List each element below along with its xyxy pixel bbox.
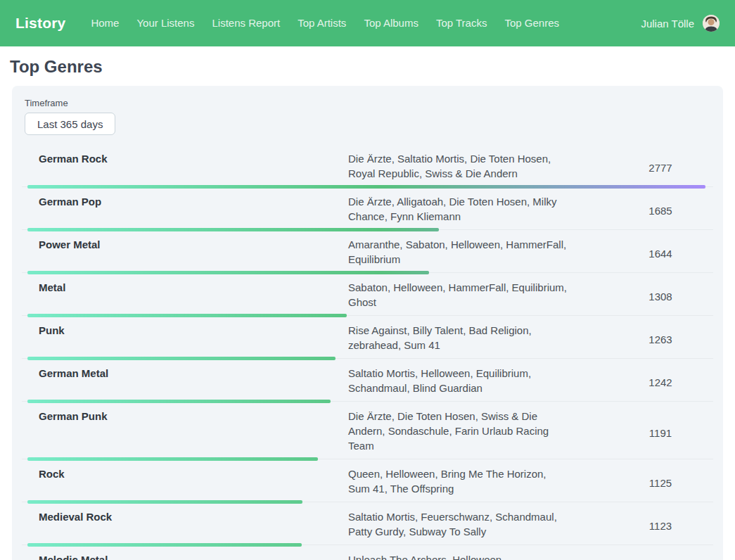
genre-row: German PopDie Ärzte, Alligatoah, Die Tot…: [22, 187, 713, 230]
genre-top-artists: Die Ärzte, Die Toten Hosen, Swiss & Die …: [348, 407, 568, 459]
genre-row: RockQueen, Helloween, Bring Me The Horiz…: [22, 459, 713, 502]
nav-item-top-tracks: Top Tracks: [436, 17, 487, 30]
top-navbar: Listory HomeYour ListensListens ReportTo…: [0, 0, 735, 46]
genre-play-count: 1308: [608, 291, 713, 303]
genre-name: Melodic Metal: [22, 550, 348, 560]
genre-play-count: 1685: [608, 205, 713, 217]
genre-table: German RockDie Ärzte, Saltatio Mortis, D…: [22, 144, 713, 560]
app-logo[interactable]: Listory: [15, 15, 65, 32]
genre-row: German RockDie Ärzte, Saltatio Mortis, D…: [22, 144, 713, 187]
genre-row: Medieval RockSaltatio Mortis, Feuerschwa…: [22, 502, 713, 545]
main-content: Top Genres Timeframe Last 365 days Germa…: [0, 57, 735, 560]
nav-link-home[interactable]: Home: [91, 17, 119, 29]
genre-play-count: 1191: [608, 427, 713, 439]
nav-link-listens-report[interactable]: Listens Report: [212, 17, 280, 29]
genre-top-artists: Sabaton, Helloween, HammerFall, Equilibr…: [348, 278, 568, 315]
timeframe-label: Timeframe: [25, 98, 710, 108]
timeframe-filter: Timeframe Last 365 days: [22, 96, 713, 135]
nav-link-top-genres[interactable]: Top Genres: [504, 17, 559, 29]
genre-play-count: 1242: [608, 376, 713, 388]
genre-top-artists: Rise Against, Billy Talent, Bad Religion…: [348, 321, 568, 358]
nav-link-top-tracks[interactable]: Top Tracks: [436, 17, 487, 29]
nav-links: HomeYour ListensListens ReportTop Artist…: [91, 17, 559, 30]
genre-name: Metal: [22, 278, 348, 300]
nav-item-top-albums: Top Albums: [364, 17, 418, 30]
user-photo-avatar[interactable]: [703, 15, 720, 32]
genre-top-artists: Die Ärzte, Alligatoah, Die Toten Hosen, …: [348, 192, 568, 229]
genre-row: German PunkDie Ärzte, Die Toten Hosen, S…: [22, 402, 713, 459]
genre-top-artists: Amaranthe, Sabaton, Helloween, HammerFal…: [348, 235, 568, 272]
nav-link-top-albums[interactable]: Top Albums: [364, 17, 418, 29]
genre-top-artists: Saltatio Mortis, Helloween, Equilibrium,…: [348, 364, 568, 401]
timeframe-select[interactable]: Last 365 days: [25, 113, 115, 135]
genre-play-count: 2777: [608, 162, 713, 174]
nav-link-top-artists[interactable]: Top Artists: [298, 17, 346, 29]
genre-play-count: 1123: [608, 520, 713, 532]
user-menu[interactable]: Julian Tölle: [641, 15, 720, 32]
nav-item-home: Home: [91, 17, 119, 30]
nav-link-your-listens[interactable]: Your Listens: [136, 17, 194, 29]
user-name: Julian Tölle: [641, 18, 694, 30]
genre-play-count: 1263: [608, 333, 713, 345]
nav-item-top-artists: Top Artists: [298, 17, 346, 30]
top-genres-card: Timeframe Last 365 days German RockDie Ä…: [12, 86, 723, 560]
nav-item-top-genres: Top Genres: [504, 17, 559, 30]
genre-top-artists: Unleash The Archers, Helloween, HammerFa…: [348, 550, 568, 560]
genre-name: Punk: [22, 321, 348, 343]
genre-play-count: 1125: [608, 477, 713, 489]
genre-top-artists: Queen, Helloween, Bring Me The Horizon, …: [348, 464, 568, 502]
genre-name: German Pop: [22, 192, 348, 215]
nav-item-your-listens: Your Listens: [136, 17, 194, 30]
genre-row: PunkRise Against, Billy Talent, Bad Reli…: [22, 316, 713, 359]
genre-row: Melodic MetalUnleash The Archers, Hellow…: [22, 545, 713, 560]
genre-name: Medieval Rock: [22, 507, 348, 530]
genre-top-artists: Die Ärzte, Saltatio Mortis, Die Toten Ho…: [348, 149, 568, 186]
genre-row: German MetalSaltatio Mortis, Helloween, …: [22, 359, 713, 402]
genre-top-artists: Saltatio Mortis, Feuerschwanz, Schandmau…: [348, 507, 568, 545]
genre-name: Power Metal: [22, 235, 348, 257]
genre-name: German Metal: [22, 364, 348, 386]
genre-name: German Rock: [22, 149, 348, 172]
genre-row: MetalSabaton, Helloween, HammerFall, Equ…: [22, 273, 713, 316]
genre-row: Power MetalAmaranthe, Sabaton, Helloween…: [22, 230, 713, 273]
genre-name: Rock: [22, 464, 348, 487]
genre-name: German Punk: [22, 407, 348, 429]
nav-item-listens-report: Listens Report: [212, 17, 280, 30]
genre-play-count: 1644: [608, 248, 713, 260]
page-title: Top Genres: [10, 57, 723, 77]
